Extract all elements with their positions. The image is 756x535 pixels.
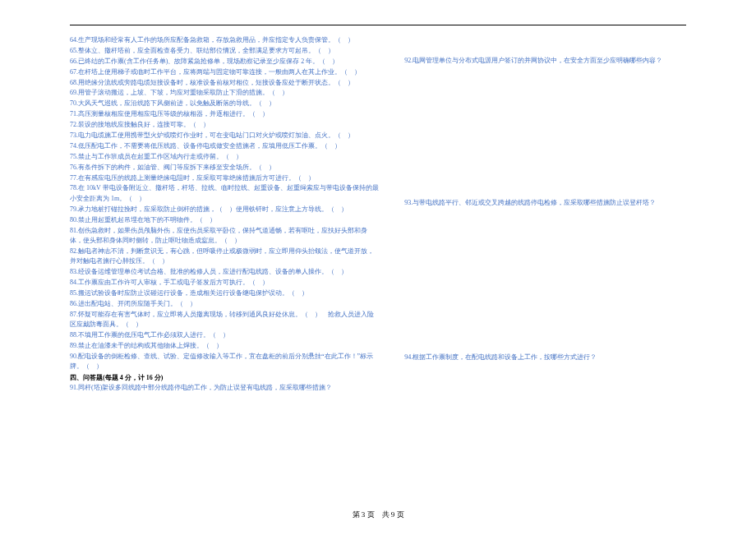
question-91: 91.同杆(塔)架设多回线路中部分线路停电的工作，为防止误登有电线路，应采取哪些… — [70, 383, 380, 393]
header-rule — [70, 25, 686, 25]
question-89: 89.禁止在油漆未干的结构或其他物体上焊接。（ ） — [70, 341, 380, 351]
spacer — [404, 67, 686, 198]
question-81: 81.创伤急救时，如果伤员颅脑外伤，应使伤员采取平卧位，保持气道通畅，若有呕吐，… — [70, 226, 380, 247]
question-86: 86.进出配电站、开闭所应随手关门。（ ） — [70, 299, 380, 309]
page-current: 第 3 页 — [353, 510, 375, 519]
spacer — [404, 209, 686, 353]
question-77: 77.在有感应电压的线路上测量绝缘电阻时，应采取可靠绝缘措施后方可进行。（ ） — [70, 173, 380, 183]
question-72: 72.装设的接地线应接触良好，连接可靠。（ ） — [70, 120, 380, 130]
question-74: 74.低压配电工作，不需要将低压线路、设备停电或做安全措施者，应填用低压工作票。… — [70, 141, 380, 151]
question-84: 84.工作票应由工作许可人审核，手工或电子签发后方可执行。（ ） — [70, 278, 380, 288]
question-90: 90.配电设备的倒柜检修、查线、试验、定值修改输入等工作，宜在盘柜的前后分别悬挂… — [70, 352, 380, 372]
question-78: 78.在 10kV 带电设备附近立、撤杆塔，杆塔、拉线、临时拉线、起重设备、起重… — [70, 183, 380, 204]
question-93: 93.与带电线路平行、邻近或交叉跨越的线路停电检修，应采取哪些措施防止误登杆塔？ — [404, 198, 686, 208]
question-64: 64.生产现场和经常有人工作的场所应配备急救箱，存放急救用品，并应指定专人负责保… — [70, 35, 380, 45]
section-4-title: 四、问答题(每题 4 分，计 16 分) — [70, 373, 380, 383]
content-columns: 64.生产现场和经常有人工作的场所应配备急救箱，存放急救用品，并应指定专人负责保… — [70, 35, 686, 394]
right-column: 92.电网管理单位与分布式电源用户签订的并网协议中，在安全方面至少应明确哪些内容… — [404, 35, 686, 394]
question-88: 88.不填用工作票的低压电气工作必须双人进行。（ ） — [70, 330, 380, 340]
question-85: 85.搬运试验设备时应防止误碰运行设备，造成相关运行设备继电保护误动。（ ） — [70, 288, 380, 298]
question-66: 66.已终结的工作票(含工作任务单)、故障紧急抢修单，现场勘察记录至少应保存 2… — [70, 57, 380, 67]
question-92: 92.电网管理单位与分布式电源用户签订的并网协议中，在安全方面至少应明确哪些内容… — [404, 56, 686, 66]
question-80: 80.禁止用起重机起吊埋在地下的不明物件。（ ） — [70, 215, 380, 225]
question-94: 94.根据工作票制度，在配电线路和设备上工作，按哪些方式进行？ — [404, 353, 686, 362]
question-67: 67.在杆塔上使用梯子或临时工作平台，应将两端与固定物可靠连接，一般由两人在其上… — [70, 67, 380, 77]
question-71: 71.高压测量核相应使用相应电压等级的核相器，并逐相进行。（ ） — [70, 109, 380, 119]
left-column: 64.生产现场和经常有人工作的场所应配备急救箱，存放急救用品，并应指定专人负责保… — [70, 35, 380, 394]
question-69: 69.用管子滚动搬运，上坡、下坡，均应对重物采取防止下滑的措施。（ ） — [70, 88, 380, 98]
question-76: 76.有条件拆下的构件，如油管、阀门等应拆下来移至安全场所。（ ） — [70, 163, 380, 173]
question-68: 68.用绝缘分流线或旁路电缆短接设备时，核准设备前核对相位，短接设备应处于断开状… — [70, 78, 380, 88]
question-79: 79.承力地桩打锚拉挽时，应采取防止倒杆的措施，（ ）使用铁钎时，应注意上方导线… — [70, 205, 380, 214]
question-70: 70.大风天气巡线，应沿线路下风侧前进，以免触及断落的导线。（ ） — [70, 99, 380, 108]
question-87: 87.怀疑可能存在有害气体时，应立即将人员撤离现场，转移到通风良好处休息。（ ）… — [70, 310, 380, 330]
spacer — [404, 35, 686, 56]
question-73: 73.电力电缆施工使用携带型火炉或喷灯作业时，可在变电站门口对火炉或喷灯加油、点… — [70, 131, 380, 141]
page-total: 共 9 页 — [382, 510, 404, 519]
question-82: 82.触电者神志不清，判断意识无，有心跳，但呼吸停止或极微弱时，应立即用仰头抬颌… — [70, 247, 380, 267]
page-footer: 第 3 页 共 9 页 — [0, 510, 756, 520]
question-83: 83.经设备运维管理单位考试合格、批准的检修人员，应进行配电线路、设备的单人操作… — [70, 267, 380, 277]
question-75: 75.禁止与工作班成员在起重工作区域内行走或停留。（ ） — [70, 152, 380, 162]
question-65: 65.整体立、撤杆塔前，应全面检查各受力、联结部位情况，全部满足要求方可起吊。（… — [70, 46, 380, 56]
